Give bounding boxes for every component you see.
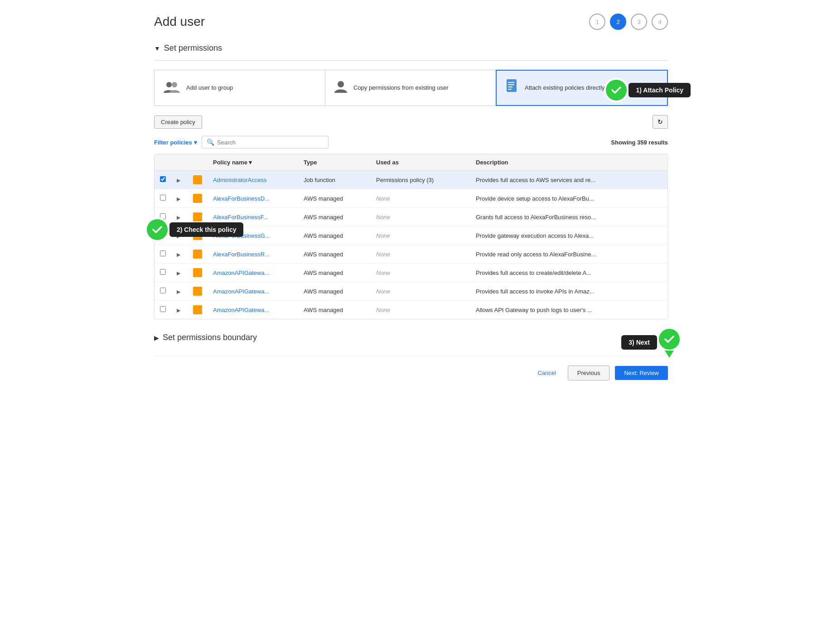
svg-rect-6 bbox=[508, 87, 513, 87]
page-title: Add user bbox=[154, 14, 205, 29]
table-row: ▶AlexaForBusinessG...AWS managedNoneProv… bbox=[155, 226, 667, 245]
footer-row: Cancel Previous Next: Review bbox=[154, 356, 668, 380]
expand-arrow[interactable]: ▶ bbox=[177, 289, 180, 294]
row-expand-cell[interactable]: ▶ bbox=[171, 171, 188, 189]
step-1: 1 bbox=[589, 14, 605, 30]
expand-arrow[interactable]: ▶ bbox=[177, 252, 180, 257]
row-type: AWS managed bbox=[298, 245, 371, 264]
option-attach-label: Attach existing policies directly bbox=[525, 84, 604, 92]
col-header-description: Description bbox=[470, 154, 667, 171]
option-copy-permissions[interactable]: Copy permissions from existing user bbox=[325, 70, 496, 106]
policy-name-link[interactable]: AmazonAPIGatewa... bbox=[213, 269, 269, 276]
row-policy-name[interactable]: AlexaForBusinessD... bbox=[208, 189, 298, 208]
document-icon bbox=[506, 79, 518, 97]
row-expand-cell[interactable]: ▶ bbox=[171, 208, 188, 226]
row-policy-name[interactable]: AdministratorAccess bbox=[208, 171, 298, 189]
policy-name-link[interactable]: AlexaForBusinessD... bbox=[213, 195, 270, 202]
row-icon-cell bbox=[188, 264, 208, 282]
table-row: ▶AmazonAPIGatewa...AWS managedNoneProvid… bbox=[155, 264, 667, 282]
step-3: 3 bbox=[631, 14, 647, 30]
policies-table-container: Policy name ▾ Type Used as Description ▶… bbox=[154, 154, 668, 319]
row-icon-cell bbox=[188, 226, 208, 245]
expand-arrow[interactable]: ▶ bbox=[177, 270, 180, 276]
expand-arrow[interactable]: ▶ bbox=[177, 308, 180, 313]
svg-point-2 bbox=[338, 81, 344, 87]
row-type: AWS managed bbox=[298, 282, 371, 301]
col-header-type: Type bbox=[298, 154, 371, 171]
row-expand-cell[interactable]: ▶ bbox=[171, 245, 188, 264]
expand-arrow[interactable]: ▶ bbox=[177, 215, 180, 220]
row-description: Provide read only access to AlexaForBusi… bbox=[470, 245, 667, 264]
row-checkbox-cell bbox=[155, 282, 171, 301]
row-checkbox[interactable] bbox=[160, 269, 166, 275]
row-type: AWS managed bbox=[298, 301, 371, 319]
expand-arrow[interactable]: ▶ bbox=[177, 233, 180, 239]
row-description: Provide gateway execution access to Alex… bbox=[470, 226, 667, 245]
row-checkbox-cell bbox=[155, 245, 171, 264]
boundary-header[interactable]: ▶ Set permissions boundary bbox=[154, 333, 668, 342]
row-policy-name[interactable]: AlexaForBusinessR... bbox=[208, 245, 298, 264]
boundary-section: ▶ Set permissions boundary bbox=[154, 333, 668, 342]
refresh-button[interactable]: ↻ bbox=[653, 115, 668, 129]
row-checkbox[interactable] bbox=[160, 232, 166, 238]
row-checkbox-cell bbox=[155, 171, 171, 189]
previous-button[interactable]: Previous bbox=[568, 365, 610, 380]
policy-name-link[interactable]: AlexaForBusinessF... bbox=[213, 214, 268, 221]
cancel-button[interactable]: Cancel bbox=[531, 366, 562, 380]
row-checkbox[interactable] bbox=[160, 288, 166, 293]
permission-options: Add user to group Copy permissions from … bbox=[154, 70, 668, 106]
row-icon-cell bbox=[188, 208, 208, 226]
usedas-none: None bbox=[376, 214, 390, 221]
section-collapse-icon[interactable]: ▼ bbox=[154, 45, 160, 52]
filter-row: Filter policies ▾ 🔍 Showing 359 results bbox=[154, 136, 668, 149]
svg-rect-7 bbox=[508, 89, 512, 90]
option-add-group[interactable]: Add user to group bbox=[154, 70, 325, 106]
table-row: ▶AmazonAPIGatewa...AWS managedNoneAllows… bbox=[155, 301, 667, 319]
search-input[interactable] bbox=[217, 139, 324, 146]
row-policy-name[interactable]: AmazonAPIGatewa... bbox=[208, 301, 298, 319]
policy-name-link[interactable]: AmazonAPIGatewa... bbox=[213, 307, 269, 313]
row-usedas: None bbox=[371, 208, 470, 226]
expand-arrow[interactable]: ▶ bbox=[177, 196, 180, 202]
row-checkbox[interactable] bbox=[160, 176, 166, 182]
row-checkbox-cell bbox=[155, 189, 171, 208]
row-expand-cell[interactable]: ▶ bbox=[171, 189, 188, 208]
next-review-button[interactable]: Next: Review bbox=[615, 366, 668, 380]
option-attach-policy[interactable]: Attach existing policies directly bbox=[496, 70, 668, 106]
policy-name-link[interactable]: AmazonAPIGatewa... bbox=[213, 288, 269, 295]
row-expand-cell[interactable]: ▶ bbox=[171, 282, 188, 301]
option-add-group-label: Add user to group bbox=[186, 84, 233, 92]
col-header-name[interactable]: Policy name ▾ bbox=[208, 154, 298, 171]
policy-name-link[interactable]: AlexaForBusinessR... bbox=[213, 251, 270, 258]
usedas-none: None bbox=[376, 307, 390, 313]
row-checkbox[interactable] bbox=[160, 250, 166, 256]
option-copy-label: Copy permissions from existing user bbox=[353, 84, 449, 92]
row-policy-name[interactable]: AmazonAPIGatewa... bbox=[208, 282, 298, 301]
table-row: ▶AdministratorAccessJob functionPermissi… bbox=[155, 171, 667, 189]
row-checkbox-cell bbox=[155, 264, 171, 282]
row-icon-cell bbox=[188, 282, 208, 301]
chevron-down-icon: ▾ bbox=[194, 139, 197, 146]
row-expand-cell[interactable]: ▶ bbox=[171, 301, 188, 319]
row-checkbox[interactable] bbox=[160, 213, 166, 219]
row-checkbox[interactable] bbox=[160, 306, 166, 312]
search-box[interactable]: 🔍 bbox=[202, 136, 329, 149]
policy-icon bbox=[193, 175, 202, 184]
row-expand-cell[interactable]: ▶ bbox=[171, 264, 188, 282]
create-policy-button[interactable]: Create policy bbox=[154, 115, 202, 129]
expand-arrow[interactable]: ▶ bbox=[177, 178, 180, 183]
filter-left: Filter policies ▾ 🔍 bbox=[154, 136, 329, 149]
policy-icon bbox=[193, 250, 202, 259]
row-policy-name[interactable]: AlexaForBusinessG... bbox=[208, 226, 298, 245]
step-4: 4 bbox=[652, 14, 668, 30]
policy-icon bbox=[193, 305, 202, 314]
policy-name-link[interactable]: AlexaForBusinessG... bbox=[213, 232, 270, 239]
policy-name-link[interactable]: AdministratorAccess bbox=[213, 177, 266, 183]
row-policy-name[interactable]: AmazonAPIGatewa... bbox=[208, 264, 298, 282]
row-policy-name[interactable]: AlexaForBusinessF... bbox=[208, 208, 298, 226]
row-checkbox[interactable] bbox=[160, 195, 166, 201]
row-expand-cell[interactable]: ▶ bbox=[171, 226, 188, 245]
filter-policies-button[interactable]: Filter policies ▾ bbox=[154, 139, 197, 146]
policy-icon bbox=[193, 212, 202, 221]
row-usedas: None bbox=[371, 189, 470, 208]
